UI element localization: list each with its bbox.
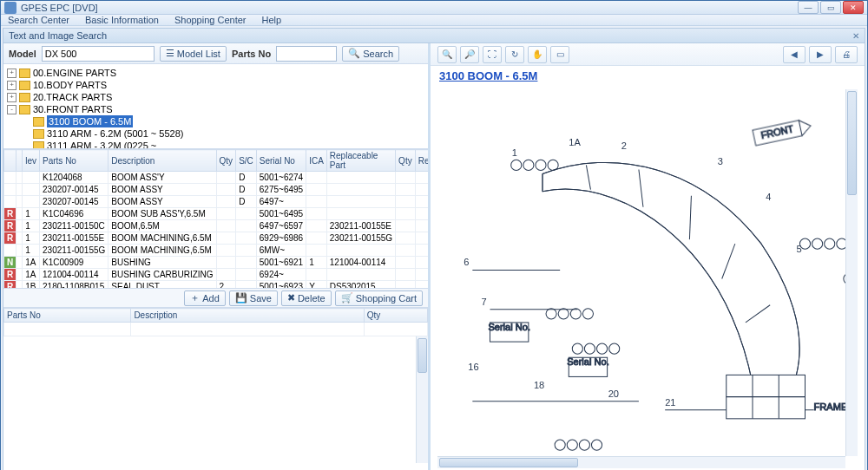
- table-row[interactable]: 230207-00145BOOM ASSYD6497~: [4, 196, 429, 208]
- grid-header[interactable]: Parts No: [40, 150, 108, 172]
- grid-header[interactable]: Description: [108, 150, 216, 172]
- table-row[interactable]: N1AK1C00909BUSHING5001~69211121004-00114: [4, 257, 429, 269]
- grid-header[interactable]: Serial No: [256, 150, 306, 172]
- grid-header[interactable]: [4, 150, 16, 172]
- partsno-input[interactable]: [276, 46, 337, 62]
- minimize-button[interactable]: —: [798, 1, 819, 14]
- tree-label: 3110 ARM - 6.2M (5001 ~ 5528): [47, 127, 183, 140]
- diagram-title-link[interactable]: 3100 BOOM - 6.5M: [439, 69, 537, 82]
- table-row[interactable]: R1A121004-00114BUSHING CARBURIZING6924~: [4, 269, 429, 281]
- grid-header[interactable]: Qty: [216, 150, 236, 172]
- svg-text:1A: 1A: [569, 137, 581, 147]
- list-icon: ☰: [166, 48, 174, 59]
- tree-node[interactable]: +20.TRACK PARTS: [7, 91, 424, 103]
- tree-toggle-icon[interactable]: -: [7, 105, 16, 114]
- maximize-button[interactable]: ▭: [820, 1, 841, 14]
- menu-shopping-center[interactable]: Shopping Center: [174, 15, 247, 25]
- cart-grid[interactable]: Parts No Description Qty: [3, 308, 428, 336]
- tree-node[interactable]: -30.FRONT PARTS: [7, 103, 424, 115]
- svg-text:5: 5: [796, 244, 801, 254]
- model-input[interactable]: [42, 46, 155, 62]
- fit-button[interactable]: ⛶: [483, 46, 502, 63]
- table-row[interactable]: 1230211-00155GBOOM MACHINING,6.5M6MW~: [4, 245, 429, 257]
- save-button[interactable]: 💾Save: [229, 290, 278, 306]
- menu-basic-info[interactable]: Basic Information: [85, 15, 159, 25]
- tree-node[interactable]: 3100 BOOM - 6.5M: [7, 115, 424, 127]
- svg-text:1: 1: [512, 147, 517, 158]
- print-button[interactable]: 🖨: [835, 46, 858, 63]
- svg-point-10: [511, 160, 522, 170]
- titlebar: GPES EPC [DVD] — ▭ ✕: [1, 1, 867, 15]
- svg-text:FRAME: FRAME: [814, 401, 848, 412]
- cart-col-qty[interactable]: Qty: [364, 309, 427, 323]
- table-row[interactable]: R1230211-00150CBOOM,6.5M6497~6597230211-…: [4, 220, 429, 232]
- tree-toggle-icon[interactable]: +: [7, 93, 16, 102]
- folder-icon: [33, 117, 44, 127]
- tree-node[interactable]: +10.BODY PARTS: [7, 79, 424, 91]
- grid-header[interactable]: Qty: [396, 150, 416, 172]
- svg-text:21: 21: [665, 397, 675, 408]
- delete-button[interactable]: ✖Delete: [281, 290, 332, 306]
- folder-icon: [19, 105, 30, 114]
- model-label: Model: [9, 49, 36, 59]
- search-row: Model ☰Model List Parts No 🔍Search: [3, 43, 428, 64]
- cart-col-desc[interactable]: Description: [131, 309, 364, 323]
- add-button[interactable]: ＋Add: [184, 290, 226, 306]
- rotate-button[interactable]: ↻: [505, 46, 524, 63]
- grid-header[interactable]: ICA: [306, 150, 327, 172]
- search-button[interactable]: 🔍Search: [342, 46, 399, 62]
- left-pane: Model ☰Model List Parts No 🔍Search +00.E…: [3, 43, 431, 470]
- folder-icon: [33, 141, 44, 150]
- partsno-label: Parts No: [232, 49, 271, 59]
- zoomin-button[interactable]: 🔍: [437, 46, 457, 63]
- grid-header[interactable]: Replaceable Part: [326, 150, 395, 172]
- folder-icon: [33, 129, 44, 139]
- svg-text:18: 18: [534, 380, 544, 390]
- app-window: GPES EPC [DVD] — ▭ ✕ Search Center Basic…: [0, 0, 868, 470]
- diagram-title-row: 3100 BOOM - 6.5M: [431, 66, 865, 86]
- modellist-button[interactable]: ☰Model List: [160, 46, 227, 62]
- zoomout-button[interactable]: 🔎: [460, 46, 479, 63]
- diagram-viewport[interactable]: FRONT: [437, 89, 858, 468]
- tree-toggle-icon[interactable]: +: [7, 81, 16, 90]
- menu-search-center[interactable]: Search Center: [8, 15, 69, 25]
- svg-text:Serial No.: Serial No.: [567, 356, 609, 367]
- diagram-scroll-h[interactable]: [437, 456, 845, 468]
- left-scrollbar[interactable]: [416, 336, 428, 463]
- tree-node[interactable]: 3111 ARM - 3.2M (0225 ~: [7, 140, 424, 149]
- grid-header[interactable]: [16, 150, 23, 172]
- parts-tree[interactable]: +00.ENGINE PARTS+10.BODY PARTS+20.TRACK …: [3, 64, 428, 149]
- parts-grid[interactable]: levParts NoDescriptionQtyS/CSerial NoICA…: [3, 149, 428, 289]
- table-row[interactable]: R1230211-00155EBOOM MACHINING,6.5M6929~6…: [4, 232, 429, 245]
- grid-header[interactable]: Remark: [415, 150, 428, 172]
- svg-text:3: 3: [718, 156, 723, 166]
- plus-icon: ＋: [190, 291, 200, 304]
- tree-toggle-icon[interactable]: +: [7, 69, 16, 78]
- cart-col-partsno[interactable]: Parts No: [4, 309, 131, 323]
- table-row[interactable]: R1K1C04696BOOM SUB ASS'Y,6.5M5001~6495: [4, 208, 429, 220]
- prev-button[interactable]: ◀: [783, 46, 806, 63]
- tree-node[interactable]: +00.ENGINE PARTS: [7, 67, 424, 79]
- table-row[interactable]: R1B2180-1108B015SEAL,DUST25001~6923YDS53…: [4, 281, 429, 290]
- select-button[interactable]: ▭: [550, 46, 569, 63]
- menu-help[interactable]: Help: [261, 15, 281, 25]
- svg-text:7: 7: [481, 297, 486, 307]
- svg-point-11: [523, 160, 534, 170]
- boom-diagram: FRONT: [437, 89, 858, 468]
- image-toolbar: 🔍 🔎 ⛶ ↻ ✋ ▭ ◀ ▶ 🖨: [431, 43, 865, 66]
- tree-label: 3111 ARM - 3.2M (0225 ~: [47, 140, 156, 149]
- grid-header[interactable]: lev: [23, 150, 40, 172]
- next-button[interactable]: ▶: [809, 46, 832, 63]
- panel-close-icon[interactable]: ✕: [852, 31, 859, 41]
- grid-header[interactable]: S/C: [236, 150, 257, 172]
- close-button[interactable]: ✕: [843, 1, 864, 14]
- panel-header: Text and Image Search ✕: [3, 28, 865, 43]
- hand-button[interactable]: ✋: [528, 46, 547, 63]
- svg-point-13: [548, 160, 558, 170]
- tree-label: 30.FRONT PARTS: [33, 103, 113, 115]
- table-row[interactable]: K1204068BOOM ASS'YD5001~6274: [4, 172, 429, 184]
- table-row[interactable]: 230207-00145BOOM ASSYD6275~6495: [4, 184, 429, 196]
- shoppingcart-button[interactable]: 🛒Shopping Cart: [335, 290, 423, 306]
- tree-node[interactable]: 3110 ARM - 6.2M (5001 ~ 5528): [7, 127, 424, 140]
- diagram-scroll-v[interactable]: [845, 89, 858, 456]
